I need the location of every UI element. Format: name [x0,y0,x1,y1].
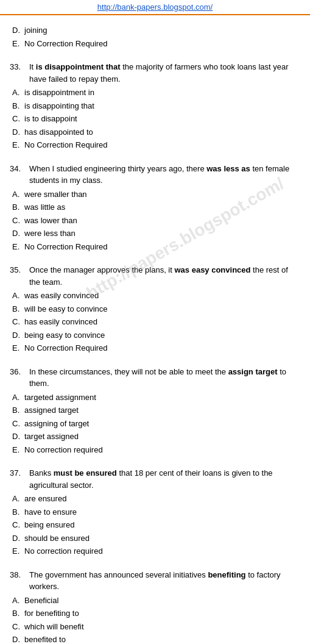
q33-option-e: E.No Correction Required [10,138,300,152]
q37-option-d: D.should be ensured [10,532,300,545]
q34-option-d: D.were less than [10,227,300,240]
question-36-text: In these circumstances, they will not be… [29,366,300,390]
q37-option-a: A.are ensured [10,492,300,506]
question-35-number: 35. [10,264,27,276]
q34-option-e: E.No Correction Required [10,240,300,254]
question-35: 35. Once the manager approves the plans,… [10,264,300,355]
header-link[interactable]: http://bank-papers.blogspot.com/ [97,2,213,12]
q34-option-c: C.was lower than [10,214,300,227]
q36-option-e: E.No correction required [10,443,300,457]
q38-option-a: A.Beneficial [10,594,300,607]
question-33: 33. It is disappointment that the majori… [10,61,300,152]
question-38-number: 38. [10,569,27,581]
q35-option-b: B.will be easy to convince [10,302,300,316]
question-34: 34. When I studied engineering thirty ye… [10,163,300,254]
q36-option-b: B.assigned target [10,404,300,417]
q37-option-b: B.have to ensure [10,506,300,519]
q33-option-a: A.is disappointment in [10,86,300,99]
q36-option-a: A.targeted assignment [10,391,300,404]
q33-option-c: C.is to disappoint [10,112,300,126]
q35-option-c: C.has easily convinced [10,315,300,329]
q35-option-e: E.No Correction Required [10,342,300,355]
q38-option-c: C.which will benefit [10,620,300,634]
q38-option-b: B.for benefiting to [10,607,300,620]
q34-option-a: A.were smaller than [10,188,300,201]
q36-option-c: C.assigning of target [10,417,300,431]
continuation-options: D.joining E.No Correction Required [10,24,300,50]
q33-option-b: B.is disappointing that [10,99,300,113]
question-33-number: 33. [10,61,27,73]
question-37-number: 37. [10,467,27,479]
option-d-joining: D.joining [10,24,300,37]
option-e-no-correction-top: E.No Correction Required [10,37,300,51]
q37-option-e: E.No correction required [10,545,300,558]
question-36: 36. In these circumstances, they will no… [10,366,300,457]
question-37-text: Banks must be ensured that 18 per cent o… [29,467,300,491]
q37-option-c: C.being ensured [10,518,300,532]
q38-option-d: D.benefited to [10,633,300,644]
q35-option-d: D.being easy to convince [10,329,300,342]
question-35-text: Once the manager approves the plans, it … [29,264,300,288]
question-34-number: 34. [10,163,27,175]
header-bar: http://bank-papers.blogspot.com/ [0,0,310,15]
question-37: 37. Banks must be ensured that 18 per ce… [10,467,300,558]
question-36-number: 36. [10,366,27,378]
question-38-text: The government has announced several ini… [29,569,300,593]
question-38: 38. The government has announced several… [10,569,300,645]
question-34-text: When I studied engineering thirty years … [29,163,300,187]
question-33-text: It is disappointment that the majority o… [29,61,300,85]
q36-option-d: D.target assigned [10,430,300,443]
q35-option-a: A.was easily convinced [10,289,300,302]
q34-option-b: B.was little as [10,201,300,214]
q33-option-d: D.has disappointed to [10,126,300,139]
